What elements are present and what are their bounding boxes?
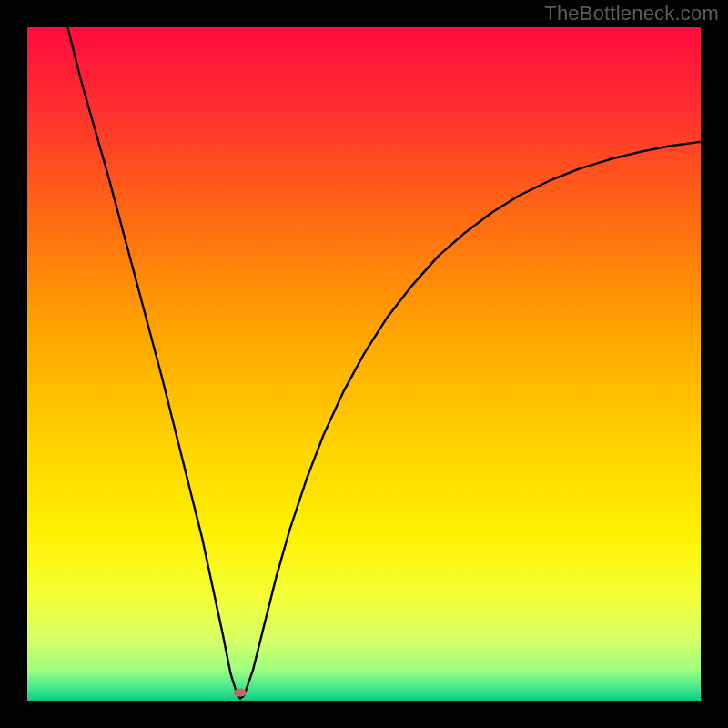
minimum-marker: [234, 689, 247, 697]
watermark-text: TheBottleneck.com: [544, 2, 719, 25]
plot-area: [27, 27, 701, 701]
bottleneck-chart: [27, 27, 701, 701]
gradient-background: [27, 27, 701, 701]
chart-frame: TheBottleneck.com: [0, 0, 728, 728]
